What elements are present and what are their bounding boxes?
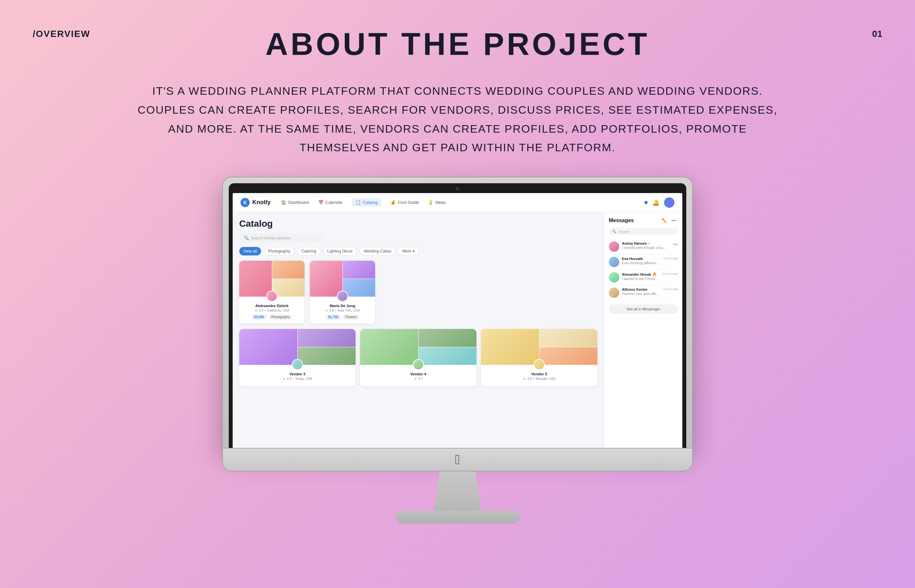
page-description: IT'S A WEDDING PLANNER PLATFORM THAT CON… [131,82,784,157]
search-icon: 🔍 [244,236,249,241]
vendor-photo-b3-tr [540,329,598,347]
nav-item-dashboard[interactable]: 🏠 Dashboard [281,200,309,205]
vendor-photo-b2-tall [360,329,418,365]
vendor-price-2: $1,750 [325,314,341,320]
messages-header: Messages ✏️ ••• [609,216,678,225]
avatar-alfonso [609,288,619,298]
vendor-card-aleksandra[interactable]: Aleksandra Öztürk ★ 5.0 • California, US… [239,261,305,324]
vendor-photo-b1-tall [239,329,297,365]
message-item-alfonso[interactable]: Alfonso Kenter However, rare glow effect… [609,285,678,300]
vendor-card-images-b2 [360,329,477,365]
vendor-rating: ★ 5.0 • California, USA [243,309,301,312]
search-text-msg: Search [619,229,630,234]
vendor-rating-b2: ★ 4.7 [364,377,472,381]
star-icon-b1: ★ [283,377,286,381]
vendor-photo-tr [272,261,305,279]
dot-b1: • [293,377,294,381]
msg-preview-eva: Even factoring differences in body weigh… [622,261,661,265]
page-number: 01 [872,29,882,39]
vendor-photo-b1-br [298,347,356,365]
vendor-card-images-b1 [239,329,356,365]
vendor-card-images-b3 [481,329,597,365]
msg-content-alfonso: Alfonso Kenter However, rare glow effect… [622,288,660,296]
vendor-card-bottom-1[interactable]: Vendor 3 ★ 4.9 • Texas, USA [239,329,356,386]
nav-item-cost-guide[interactable]: 💰 Cost Guide [391,200,419,205]
msg-name-alexander: Alexander Novak 🔥 [622,272,660,276]
notifications-button[interactable]: 🔔 [652,199,660,206]
rating-b1: 4.9 [287,377,291,381]
see-all-messenger-button[interactable]: See all in Messenger [609,304,678,313]
vendor-card-bottom-3[interactable]: Vendor 5 ★ 4.8 • Nevada, USA [481,329,597,386]
nav-items: 🏠 Dashboard 📅 Calendar 📋 [281,198,634,207]
filter-tab-photography[interactable]: Photography [264,247,294,255]
msg-time-alexander: 3 hours ago [662,272,678,275]
message-options-amina[interactable]: ••• [673,242,678,247]
overview-label: /OVERVIEW [33,29,90,39]
vendor-row-1: Aleksandra Öztürk ★ 5.0 • California, US… [239,261,597,324]
messages-actions: ✏️ ••• [660,216,678,225]
vendor-name-b3: Vendor 5 [485,372,593,376]
messages-search[interactable]: 🔍 Search [609,228,678,235]
imac-chin:  [222,449,693,472]
main-content: Catalog 🔍 Search Knotly services View al… [233,212,682,448]
message-item-eva[interactable]: Eva Horvath Even factoring differences i… [609,254,678,270]
verified-icon: ✓ [648,242,651,245]
nav-item-label: Ideas [435,200,446,205]
compose-button[interactable]: ✏️ [660,216,668,225]
more-label: More [402,249,411,254]
vendor-name-2: Maria De Jong [314,304,371,308]
filter-tab-lighting-decor[interactable]: Lighting Decor [323,247,357,255]
vendor-photo-b3-tall [481,329,539,365]
filter-tab-more[interactable]: More ▾ [398,247,419,255]
user-avatar[interactable] [664,197,674,208]
messages-panel: Messages ✏️ ••• 🔍 Search [604,212,682,448]
app-ui: K Knotly 🏠 Dashboard 📅 [233,193,682,448]
ideas-icon: 💡 [428,200,433,205]
vendor-avatar-b1 [292,359,303,370]
vendor-row-2: Vendor 3 ★ 4.9 • Texas, USA [239,329,597,386]
msg-name-alfonso: Alfonso Kenter [622,288,660,291]
nav-right: 🔔 [644,197,674,208]
vendor-rating-2: ★ 4.8 • New York, USA [314,309,371,312]
vendor-avatar-b3 [533,359,545,370]
name-text-alfonso: Alfonso Kenter [622,288,648,291]
nav-item-catalog[interactable]: 📋 Catalog [352,198,382,207]
msg-preview-alexander: I wanted to ask if those alcohol drinks … [622,277,660,281]
avatar-amina [609,241,619,252]
filter-tab-wedding-cakes[interactable]: Wedding Cakes [359,247,396,255]
imac-screen: K Knotly 🏠 Dashboard 📅 [233,193,682,448]
star-icon-b3: ★ [523,377,526,381]
msg-content-alexander: Alexander Novak 🔥 I wanted to ask if tho… [622,272,660,281]
vendor-card-images-2 [310,261,375,297]
more-options-button[interactable]: ••• [670,216,678,225]
msg-content-amina: Amina Hansen ✓ I recently went through a… [622,241,678,250]
nav-item-calendar[interactable]: 📅 Calendar [318,200,343,205]
dot-separator: • [265,309,266,312]
page-title: ABOUT THE PROJECT [0,26,915,62]
nav-logo: K Knotly [241,198,271,207]
msg-content-eva: Eva Horvath Even factoring differences i… [622,257,661,265]
chevron-down-icon: ▾ [413,249,415,254]
message-item-alexander[interactable]: Alexander Novak 🔥 I wanted to ask if tho… [609,270,678,285]
star-icon: ★ [255,309,257,312]
imac-stand-base [395,510,520,523]
catalog-section: Catalog 🔍 Search Knotly services View al… [233,212,604,448]
nav-item-ideas[interactable]: 💡 Ideas [428,200,446,205]
rating-value-2: 4.8 [330,309,334,312]
vendor-rating-b1: ★ 4.9 • Texas, USA [243,377,352,381]
name-text-alexander: Alexander Novak [622,273,651,276]
search-placeholder: Search Knotly services [251,236,291,241]
filter-tab-view-all[interactable]: View all [239,247,261,255]
vendor-card-maria[interactable]: Maria De Jong ★ 4.8 • New York, USA [310,261,375,324]
vendor-avatar-maria [337,291,348,302]
rating-value: 5.0 [259,309,264,312]
catalog-search-bar[interactable]: 🔍 Search Knotly services [239,234,324,242]
dot-b3: • [533,377,534,381]
filter-tab-catering[interactable]: Catering [297,247,320,255]
catalog-icon: 📋 [356,200,361,205]
avatar-alexander [609,272,619,283]
nav-logo-icon: K [241,198,250,207]
vendor-card-bottom-2[interactable]: Vendor 4 ★ 4.7 [360,329,477,386]
rating-b2: 4.7 [418,377,423,381]
message-item-amina[interactable]: Amina Hansen ✓ I recently went through a… [609,239,678,254]
